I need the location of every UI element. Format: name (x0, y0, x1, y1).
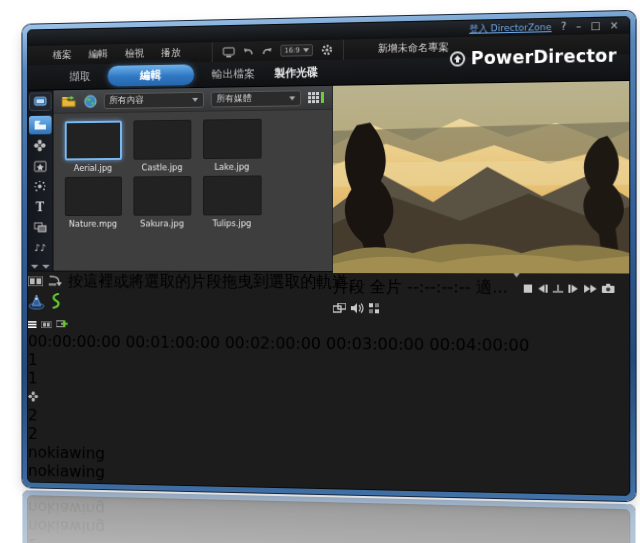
powerdirector-window: 登入 DirectorZone ? – □ × 檔案 編輯 檢視 播放 16:9 (22, 11, 635, 501)
chevron-down-icon (513, 273, 519, 296)
ruler-timestamp: 00:02:00:00 (225, 333, 321, 353)
sidebar-item-particle-room[interactable] (29, 177, 52, 196)
help-button[interactable]: ? (561, 22, 567, 32)
view-mode-button[interactable] (41, 313, 51, 332)
library-view-menu-icon[interactable] (308, 92, 324, 103)
menu-item-view[interactable]: 檢視 (125, 47, 144, 61)
redo-icon[interactable] (262, 46, 273, 56)
project-name: 新增未命名專案 (378, 40, 449, 56)
preview-quality-grid-icon[interactable] (369, 298, 379, 317)
display-icon[interactable] (222, 46, 235, 57)
add-track-button[interactable] (56, 314, 67, 333)
tab-produce[interactable]: 輸出檔案 (202, 63, 265, 85)
chevron-down-icon (31, 265, 39, 269)
movie-mode-button[interactable]: 全片 (370, 277, 402, 296)
track-list: 1 1 (28, 350, 629, 453)
playback-controls: 片段 全片 --:--:--:-- 適... (333, 277, 630, 319)
media-filter-dropdown[interactable]: 所有媒體 (210, 90, 300, 107)
effect-track-icon (28, 391, 38, 402)
media-thumbnail[interactable] (65, 177, 122, 216)
media-thumbnail[interactable] (203, 175, 262, 215)
media-item-sakura[interactable]: Sakura.jpg (131, 176, 193, 229)
settings-gear-icon[interactable] (321, 44, 333, 56)
preview-panel: 片段 全片 --:--:--:-- 適... (333, 81, 630, 271)
magic-tools-icon[interactable] (28, 294, 45, 310)
chevron-down-icon (192, 97, 198, 101)
content-filter-value: 所有內容 (109, 94, 143, 107)
maximize-button[interactable]: □ (591, 21, 601, 31)
media-item-lake[interactable]: Lake.jpg (201, 119, 264, 172)
menubar-tools: 16:9 (212, 40, 344, 63)
preview-stage (333, 81, 630, 278)
chevron-down-icon (289, 96, 295, 100)
track-number: 2 (28, 406, 38, 425)
media-item-tulips[interactable]: Tulips.jpg (201, 175, 264, 228)
ruler-timestamp: 00:03:00:00 (326, 334, 424, 354)
ruler-timestamp: 00:01:00:00 (125, 333, 219, 353)
media-label: Lake.jpg (215, 162, 250, 172)
media-viewer-icon[interactable] (29, 92, 52, 111)
filmstrip-icon (28, 276, 43, 286)
media-item-castle[interactable]: Castle.jpg (131, 120, 193, 173)
media-thumbnail[interactable] (203, 119, 262, 159)
next-frame-button[interactable] (568, 278, 578, 297)
sidebar-item-media-room[interactable] (29, 116, 52, 135)
download-from-directorzone-icon[interactable] (83, 94, 96, 108)
media-item-aerial[interactable]: Aerial.jpg (63, 121, 124, 173)
product-shot-background: 登入 DirectorZone ? – □ × 檔案 編輯 檢視 播放 16:9 (0, 0, 640, 543)
sidebar-item-transition-room[interactable] (29, 218, 52, 237)
room-sidebar: T ♪♪ (28, 90, 53, 270)
sidebar-item-effect-room[interactable] (29, 136, 52, 155)
aspect-ratio-selector[interactable]: 16:9 (280, 44, 312, 57)
track-number: 1 (28, 369, 38, 388)
sidebar-item-audio-mixing-room[interactable]: ♪♪ (29, 238, 52, 257)
track-number: 1 (28, 350, 38, 369)
media-label: Castle.jpg (142, 162, 183, 172)
media-label: Tulips.jpg (213, 218, 252, 228)
undo-icon[interactable] (243, 46, 254, 56)
media-thumbnail[interactable] (65, 121, 122, 161)
main-area: T ♪♪ 所有內容 (28, 81, 629, 272)
dual-preview-icon[interactable] (333, 298, 346, 317)
snapshot-camera-icon[interactable] (602, 278, 615, 298)
minimize-button[interactable]: – (576, 21, 581, 31)
sidebar-item-pip-object-room[interactable] (29, 157, 52, 176)
tab-capture[interactable]: 擷取 (60, 66, 100, 87)
magic-style-icon[interactable] (50, 292, 61, 310)
timeline-hint-text: 按這裡或將選取的片段拖曳到選取的軌道。 (68, 272, 364, 292)
media-filter-value: 所有媒體 (216, 92, 251, 105)
media-thumbnail[interactable] (133, 176, 191, 216)
quality-dropdown[interactable]: 適... (476, 273, 520, 296)
close-button[interactable]: × (610, 20, 619, 30)
import-media-folder-icon[interactable] (61, 95, 77, 108)
menu-item-play[interactable]: 播放 (161, 46, 180, 60)
media-thumbnail[interactable] (133, 120, 191, 160)
aspect-ratio-value: 16:9 (284, 46, 300, 54)
content-filter-dropdown[interactable]: 所有內容 (103, 91, 203, 108)
media-label: Aerial.jpg (74, 163, 112, 173)
media-library-panel: 所有內容 所有媒體 (53, 86, 332, 271)
sidebar-collapse-arrows[interactable] (31, 265, 50, 269)
insert-clip-buttons[interactable] (28, 272, 68, 291)
previous-frame-button[interactable] (537, 278, 547, 297)
directorzone-login-link[interactable]: 登入 DirectorZone (469, 20, 551, 35)
fast-forward-button[interactable] (584, 278, 597, 298)
chevron-down-icon (303, 48, 309, 52)
media-item-nature[interactable]: Nature.mpg (63, 177, 124, 229)
media-label: Sakura.jpg (140, 218, 184, 228)
track-manager-button[interactable] (28, 313, 36, 332)
seek-start-button[interactable] (553, 278, 563, 297)
volume-icon[interactable] (351, 298, 364, 317)
preview-screen[interactable] (333, 81, 630, 274)
powerdirector-logo: PowerDirector (449, 45, 616, 69)
tab-create-disc[interactable]: 製作光碟 (265, 62, 328, 84)
tab-edit[interactable]: 編輯 (108, 64, 195, 86)
menu-item-file[interactable]: 檔案 (53, 48, 72, 62)
sidebar-item-title-room[interactable]: T (29, 198, 52, 217)
quality-value: 適... (476, 277, 508, 296)
stop-button[interactable] (523, 278, 531, 297)
menu-item-edit[interactable]: 編輯 (89, 47, 108, 61)
media-label: Nature.mpg (69, 219, 117, 229)
timecode-display[interactable]: --:--:--:-- (407, 277, 470, 296)
track-number: 2 (28, 424, 38, 443)
